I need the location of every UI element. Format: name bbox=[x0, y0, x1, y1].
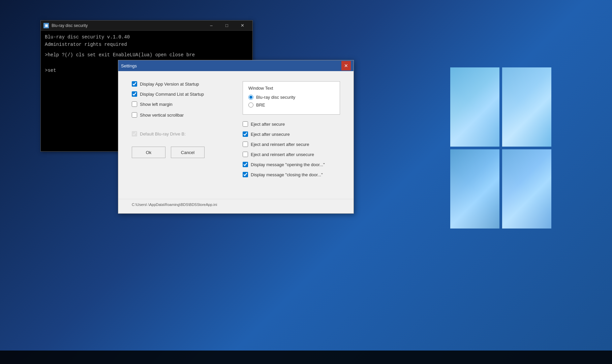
show-left-margin-row: Show left margin bbox=[132, 101, 229, 107]
eject-after-secure-checkbox[interactable] bbox=[243, 121, 248, 127]
eject-after-unsecure-label[interactable]: Eject after unsecure bbox=[251, 132, 290, 137]
console-title: Blu-ray disc security bbox=[52, 23, 201, 28]
display-command-list-label[interactable]: Display Command List at Startup bbox=[140, 92, 204, 97]
radio-bre-label[interactable]: BRE bbox=[256, 102, 265, 108]
display-msg-opening-row: Display message "opening the door..." bbox=[243, 162, 340, 167]
default-bluray-drive-label: Default Blu-ray Drive B: bbox=[140, 131, 186, 136]
default-bluray-drive-checkbox[interactable] bbox=[132, 131, 137, 136]
display-msg-closing-row: Display message "closing the door..." bbox=[243, 172, 340, 177]
console-line-3: >help ?(/) cls set exit EnableLUA(lua) o… bbox=[45, 51, 248, 59]
console-minimize-button[interactable]: – bbox=[204, 21, 219, 30]
show-vertical-scrollbar-row: Show vertical scrollbar bbox=[132, 112, 229, 118]
cancel-button[interactable]: Cancel bbox=[171, 147, 205, 158]
file-path: C:\Users\ \AppData\Roaming\BDS\BDSStoreA… bbox=[118, 199, 354, 213]
display-msg-opening-checkbox[interactable] bbox=[243, 162, 248, 167]
eject-reinsert-after-unsecure-checkbox[interactable] bbox=[243, 152, 248, 157]
eject-after-secure-row: Eject after secure bbox=[243, 121, 340, 127]
console-maximize-button[interactable]: □ bbox=[219, 21, 234, 30]
show-left-margin-checkbox[interactable] bbox=[132, 101, 137, 107]
window-text-group: Window Text Blu-ray disc security BRE bbox=[243, 81, 340, 115]
display-msg-opening-label[interactable]: Display message "opening the door..." bbox=[251, 162, 325, 167]
radio-bluray-row: Blu-ray disc security bbox=[248, 95, 334, 100]
settings-title: Settings bbox=[121, 63, 137, 68]
eject-reinsert-after-secure-label[interactable]: Eject and reinsert after secure bbox=[251, 142, 309, 147]
win-pane-bottom-right bbox=[502, 149, 551, 229]
display-msg-closing-checkbox[interactable] bbox=[243, 172, 248, 177]
radio-bluray-security[interactable] bbox=[248, 95, 253, 100]
default-bluray-drive-row: Default Blu-ray Drive B: bbox=[132, 131, 229, 136]
console-close-button[interactable]: ✕ bbox=[235, 21, 250, 30]
eject-after-unsecure-row: Eject after unsecure bbox=[243, 131, 340, 137]
display-command-list-row: Display Command List at Startup bbox=[132, 91, 229, 97]
win-pane-top-left bbox=[450, 67, 499, 147]
windows-logo bbox=[450, 67, 551, 229]
display-msg-closing-label[interactable]: Display message "closing the door..." bbox=[251, 172, 323, 177]
display-command-list-checkbox[interactable] bbox=[132, 91, 137, 97]
eject-reinsert-after-unsecure-label[interactable]: Eject and reinsert after unsecure bbox=[251, 152, 314, 157]
show-vertical-scrollbar-checkbox[interactable] bbox=[132, 112, 137, 118]
settings-titlebar: Settings ✕ bbox=[118, 60, 354, 71]
show-left-margin-label[interactable]: Show left margin bbox=[140, 102, 173, 107]
console-app-icon: ▣ bbox=[43, 23, 49, 28]
eject-reinsert-after-secure-checkbox[interactable] bbox=[243, 142, 248, 147]
win-pane-top-right bbox=[502, 67, 551, 147]
display-app-version-row: Display App Version at Startup bbox=[132, 81, 229, 87]
eject-reinsert-secure-row: Eject and reinsert after secure bbox=[243, 142, 340, 147]
dialog-button-row: Ok Cancel bbox=[132, 147, 229, 158]
eject-reinsert-unsecure-row: Eject and reinsert after unsecure bbox=[243, 152, 340, 157]
display-app-version-checkbox[interactable] bbox=[132, 81, 137, 87]
console-window-controls: – □ ✕ bbox=[204, 21, 250, 30]
ok-button[interactable]: Ok bbox=[132, 147, 165, 158]
console-line-1: Blu-ray disc security v.1.0.40 bbox=[45, 33, 248, 41]
console-titlebar: ▣ Blu-ray disc security – □ ✕ bbox=[41, 21, 252, 31]
show-vertical-scrollbar-label[interactable]: Show vertical scrollbar bbox=[140, 113, 184, 118]
window-text-title: Window Text bbox=[248, 86, 334, 91]
eject-after-secure-label[interactable]: Eject after secure bbox=[251, 122, 285, 127]
settings-left-column: Display App Version at Startup Display C… bbox=[132, 81, 229, 182]
display-app-version-label[interactable]: Display App Version at Startup bbox=[140, 82, 199, 87]
settings-close-button[interactable]: ✕ bbox=[341, 61, 351, 70]
taskbar bbox=[0, 351, 612, 364]
settings-body: Display App Version at Startup Display C… bbox=[118, 71, 354, 192]
eject-after-unsecure-checkbox[interactable] bbox=[243, 131, 248, 137]
win-pane-bottom-left bbox=[450, 149, 499, 229]
radio-bluray-label[interactable]: Blu-ray disc security bbox=[256, 95, 295, 100]
console-line-2: Administrator rights required bbox=[45, 41, 248, 48]
settings-dialog: Settings ✕ Display App Version at Startu… bbox=[118, 60, 354, 214]
settings-right-column: Window Text Blu-ray disc security BRE Ej… bbox=[243, 81, 340, 182]
radio-bre[interactable] bbox=[248, 102, 253, 108]
radio-bre-row: BRE bbox=[248, 102, 334, 108]
